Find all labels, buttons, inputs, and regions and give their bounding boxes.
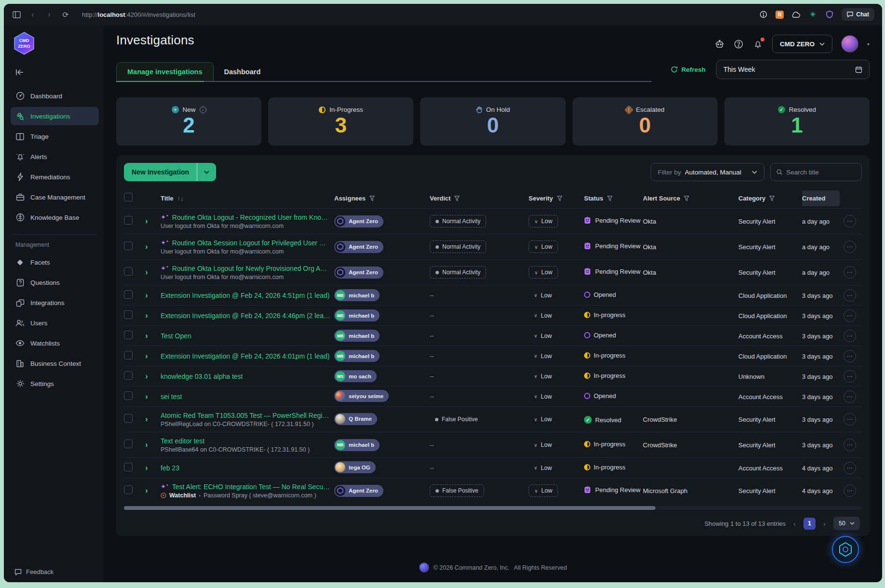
severity-select[interactable]: ∨ Low bbox=[529, 310, 557, 321]
assignee-pill[interactable]: Agent Zero bbox=[334, 241, 383, 253]
column-alert-source[interactable]: Alert Source bbox=[643, 195, 735, 202]
sidebar-toggle-icon[interactable] bbox=[12, 10, 21, 19]
verdict-value[interactable]: -- bbox=[430, 289, 439, 301]
row-checkbox[interactable] bbox=[124, 351, 133, 360]
verdict-value[interactable]: -- bbox=[430, 462, 439, 474]
investigation-title-link[interactable]: Test Alert: ECHO Integration Test — No R… bbox=[172, 483, 330, 491]
current-page-button[interactable]: 1 bbox=[803, 518, 816, 530]
assignee-pill[interactable]: tega OG bbox=[334, 461, 376, 473]
sidebar-item-questions[interactable]: Questions bbox=[11, 273, 99, 292]
date-range-select[interactable]: This Week bbox=[716, 60, 870, 79]
expand-row-icon[interactable]: › bbox=[145, 372, 148, 381]
assignee-pill[interactable]: MB michael b bbox=[334, 439, 380, 451]
tab-manage-investigations[interactable]: Manage investigations bbox=[116, 62, 214, 81]
table-row[interactable]: › ✦✦ Routine Okta Logout for Newly Provi… bbox=[124, 259, 862, 285]
sidebar-item-settings[interactable]: Settings bbox=[11, 374, 99, 393]
severity-select[interactable]: ∨ Low bbox=[529, 241, 558, 253]
column-status[interactable]: Status bbox=[584, 195, 639, 202]
reload-icon[interactable]: ⟳ bbox=[61, 10, 70, 19]
row-actions-menu[interactable]: ⋯ bbox=[844, 215, 856, 227]
page-size-select[interactable]: 50 bbox=[833, 517, 860, 530]
row-checkbox[interactable] bbox=[124, 485, 133, 494]
column-category[interactable]: Category bbox=[738, 195, 798, 202]
stat-card-on-hold[interactable]: On Hold 0 bbox=[420, 97, 565, 146]
table-row[interactable]: › Extension Investigation @ Feb 24, 2026… bbox=[124, 285, 862, 305]
severity-select[interactable]: ∨ Low bbox=[529, 330, 557, 342]
column-title[interactable]: Title↑↓ bbox=[161, 195, 330, 202]
table-row[interactable]: › feb 23 tega OG -- ∨ Low bbox=[124, 457, 862, 478]
sidebar-item-integrations[interactable]: Integrations bbox=[11, 294, 99, 312]
verdict-value[interactable]: -- bbox=[430, 370, 439, 382]
investigation-title-link[interactable]: Routine Okta Session Logout for Privileg… bbox=[172, 239, 330, 247]
row-checkbox[interactable] bbox=[124, 414, 133, 423]
sidebar-item-investigations[interactable]: Investigations bbox=[11, 107, 99, 125]
severity-select[interactable]: ∨ Low bbox=[529, 414, 557, 425]
table-row[interactable]: › knowledge 03.01 alpha test MS mo sach … bbox=[124, 366, 862, 386]
column-created[interactable]: Created bbox=[802, 190, 840, 206]
table-row[interactable]: › Atomic Red Team T1053.005 Test — Power… bbox=[124, 406, 862, 432]
row-checkbox[interactable] bbox=[124, 241, 133, 250]
info-icon[interactable]: i bbox=[200, 107, 206, 113]
row-actions-menu[interactable]: ⋯ bbox=[844, 266, 856, 279]
row-checkbox[interactable] bbox=[124, 371, 133, 380]
help-icon[interactable] bbox=[734, 39, 744, 49]
verdict-value[interactable]: Normal Activity bbox=[430, 215, 486, 227]
assignee-pill[interactable]: Agent Zero bbox=[334, 267, 383, 279]
severity-select[interactable]: ∨ Low bbox=[529, 290, 557, 301]
sidebar-item-facets[interactable]: Facets bbox=[11, 253, 99, 271]
row-actions-menu[interactable]: ⋯ bbox=[844, 413, 856, 426]
prev-page-icon[interactable]: ‹ bbox=[793, 520, 796, 528]
row-actions-menu[interactable]: ⋯ bbox=[844, 462, 856, 474]
investigation-title-link[interactable]: Text editor test bbox=[161, 437, 204, 445]
next-page-icon[interactable]: › bbox=[823, 520, 826, 528]
tab-dashboard[interactable]: Dashboard bbox=[214, 63, 272, 81]
assignee-pill[interactable]: MB michael b bbox=[334, 350, 380, 362]
user-avatar[interactable] bbox=[841, 35, 858, 53]
severity-select[interactable]: ∨ Low bbox=[529, 391, 557, 402]
expand-row-icon[interactable]: › bbox=[145, 351, 148, 361]
assignee-pill[interactable]: Agent Zero bbox=[334, 485, 383, 497]
new-investigation-button[interactable]: New Investigation bbox=[124, 163, 216, 181]
notifications-bell-icon[interactable] bbox=[753, 39, 763, 49]
new-investigation-dropdown[interactable] bbox=[197, 163, 216, 181]
row-checkbox[interactable] bbox=[124, 216, 133, 225]
expand-row-icon[interactable]: › bbox=[145, 440, 148, 449]
assignee-pill[interactable]: Agent Zero bbox=[334, 215, 383, 227]
table-row[interactable]: › Extension Investigation @ Feb 24, 2026… bbox=[124, 305, 862, 325]
expand-row-icon[interactable]: › bbox=[145, 291, 148, 300]
back-icon[interactable]: ‹ bbox=[28, 10, 38, 19]
row-actions-menu[interactable]: ⋯ bbox=[844, 241, 856, 253]
sidebar-item-watchlists[interactable]: Watchlists bbox=[11, 334, 99, 352]
url-bar[interactable]: http://localhost:4200/#/investigations/l… bbox=[82, 11, 752, 18]
verdict-value[interactable]: -- bbox=[430, 439, 439, 451]
sidebar-item-alerts[interactable]: Alerts bbox=[11, 147, 99, 166]
horizontal-scrollbar[interactable] bbox=[124, 506, 862, 510]
severity-select[interactable]: ∨ Low bbox=[529, 462, 557, 474]
row-actions-menu[interactable]: ⋯ bbox=[844, 370, 856, 383]
cloud-icon[interactable] bbox=[791, 10, 801, 19]
investigation-title-link[interactable]: Routine Okta Logout - Recognized User fr… bbox=[172, 214, 330, 221]
investigation-title-link[interactable]: sei test bbox=[161, 393, 182, 401]
sidebar-item-triage[interactable]: Triage bbox=[11, 127, 99, 146]
verdict-value[interactable]: False Positive bbox=[430, 484, 484, 497]
filter-by-select[interactable]: Filter by Automated, Manual bbox=[651, 163, 764, 181]
stat-card-escalated[interactable]: ! Escalated 0 bbox=[572, 97, 718, 146]
table-row[interactable]: › ✦✦ Test Alert: ECHO Integration Test —… bbox=[124, 478, 862, 503]
refresh-button[interactable]: Refresh bbox=[671, 66, 706, 73]
assistant-chat-button[interactable] bbox=[832, 536, 859, 563]
expand-row-icon[interactable]: › bbox=[145, 267, 148, 277]
select-all-checkbox[interactable] bbox=[124, 193, 133, 201]
investigation-title-link[interactable]: Extension Investigation @ Feb 24, 2026 4… bbox=[161, 292, 329, 299]
investigation-title-link[interactable]: Extension Investigation @ Feb 24, 2026 4… bbox=[161, 352, 329, 360]
row-actions-menu[interactable]: ⋯ bbox=[844, 439, 856, 451]
table-row[interactable]: › Test Open MB michael b -- ∨ Low bbox=[124, 325, 862, 346]
severity-select[interactable]: ∨ Low bbox=[529, 439, 557, 451]
row-checkbox[interactable] bbox=[124, 290, 133, 299]
assignee-pill[interactable]: MB michael b bbox=[334, 309, 380, 321]
sidebar-item-case-management[interactable]: Case Management bbox=[11, 188, 99, 206]
snowflake-icon[interactable]: ✳ bbox=[808, 10, 817, 19]
stat-card-resolved[interactable]: ✓ Resolved 1 bbox=[724, 97, 870, 146]
investigation-title-link[interactable]: feb 23 bbox=[161, 464, 179, 472]
table-row[interactable]: › Extension Investigation @ Feb 24, 2026… bbox=[124, 346, 862, 366]
ai-robot-icon[interactable] bbox=[714, 39, 725, 49]
